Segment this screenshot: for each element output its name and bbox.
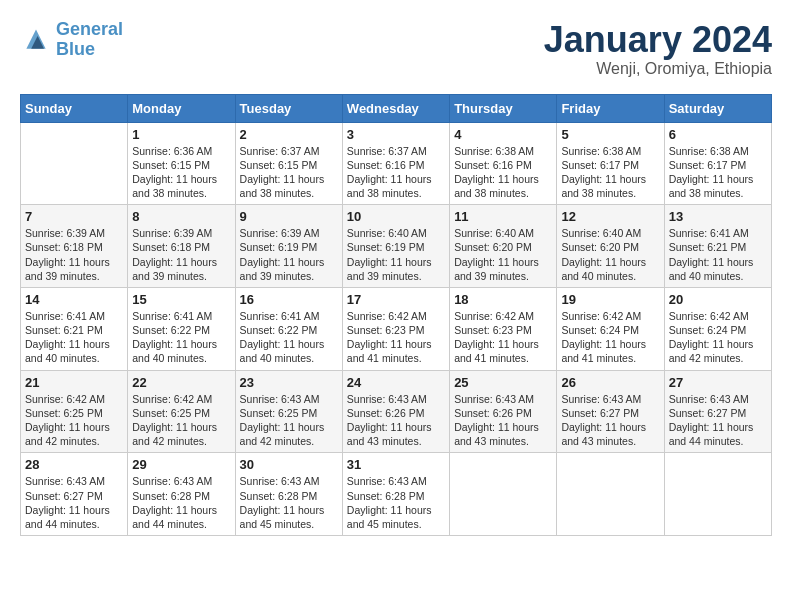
- calendar-cell: [664, 453, 771, 536]
- header-row: SundayMondayTuesdayWednesdayThursdayFrid…: [21, 94, 772, 122]
- calendar-cell: 15Sunrise: 6:41 AM Sunset: 6:22 PM Dayli…: [128, 287, 235, 370]
- day-info: Sunrise: 6:43 AM Sunset: 6:25 PM Dayligh…: [240, 392, 338, 449]
- day-info: Sunrise: 6:41 AM Sunset: 6:21 PM Dayligh…: [669, 226, 767, 283]
- day-info: Sunrise: 6:37 AM Sunset: 6:16 PM Dayligh…: [347, 144, 445, 201]
- location-subtitle: Wenji, Oromiya, Ethiopia: [544, 60, 772, 78]
- calendar-cell: 7Sunrise: 6:39 AM Sunset: 6:18 PM Daylig…: [21, 205, 128, 288]
- calendar-cell: 3Sunrise: 6:37 AM Sunset: 6:16 PM Daylig…: [342, 122, 449, 205]
- day-number: 23: [240, 375, 338, 390]
- day-number: 11: [454, 209, 552, 224]
- day-number: 7: [25, 209, 123, 224]
- day-number: 20: [669, 292, 767, 307]
- header-cell-monday: Monday: [128, 94, 235, 122]
- calendar-cell: [21, 122, 128, 205]
- header-cell-saturday: Saturday: [664, 94, 771, 122]
- day-number: 19: [561, 292, 659, 307]
- day-number: 21: [25, 375, 123, 390]
- calendar-cell: 18Sunrise: 6:42 AM Sunset: 6:23 PM Dayli…: [450, 287, 557, 370]
- calendar-cell: 9Sunrise: 6:39 AM Sunset: 6:19 PM Daylig…: [235, 205, 342, 288]
- calendar-cell: 30Sunrise: 6:43 AM Sunset: 6:28 PM Dayli…: [235, 453, 342, 536]
- day-number: 16: [240, 292, 338, 307]
- calendar-cell: 12Sunrise: 6:40 AM Sunset: 6:20 PM Dayli…: [557, 205, 664, 288]
- day-info: Sunrise: 6:39 AM Sunset: 6:19 PM Dayligh…: [240, 226, 338, 283]
- calendar-cell: 20Sunrise: 6:42 AM Sunset: 6:24 PM Dayli…: [664, 287, 771, 370]
- day-number: 14: [25, 292, 123, 307]
- calendar-week-1: 7Sunrise: 6:39 AM Sunset: 6:18 PM Daylig…: [21, 205, 772, 288]
- header-cell-friday: Friday: [557, 94, 664, 122]
- day-info: Sunrise: 6:43 AM Sunset: 6:26 PM Dayligh…: [454, 392, 552, 449]
- day-info: Sunrise: 6:42 AM Sunset: 6:25 PM Dayligh…: [25, 392, 123, 449]
- day-number: 3: [347, 127, 445, 142]
- page-header: General Blue January 2024 Wenji, Oromiya…: [20, 20, 772, 78]
- day-info: Sunrise: 6:39 AM Sunset: 6:18 PM Dayligh…: [25, 226, 123, 283]
- calendar-cell: 6Sunrise: 6:38 AM Sunset: 6:17 PM Daylig…: [664, 122, 771, 205]
- calendar-cell: 23Sunrise: 6:43 AM Sunset: 6:25 PM Dayli…: [235, 370, 342, 453]
- day-info: Sunrise: 6:43 AM Sunset: 6:28 PM Dayligh…: [240, 474, 338, 531]
- day-number: 31: [347, 457, 445, 472]
- title-block: January 2024 Wenji, Oromiya, Ethiopia: [544, 20, 772, 78]
- header-cell-thursday: Thursday: [450, 94, 557, 122]
- day-number: 9: [240, 209, 338, 224]
- calendar-cell: 14Sunrise: 6:41 AM Sunset: 6:21 PM Dayli…: [21, 287, 128, 370]
- calendar-week-4: 28Sunrise: 6:43 AM Sunset: 6:27 PM Dayli…: [21, 453, 772, 536]
- day-number: 30: [240, 457, 338, 472]
- day-number: 1: [132, 127, 230, 142]
- calendar-week-3: 21Sunrise: 6:42 AM Sunset: 6:25 PM Dayli…: [21, 370, 772, 453]
- day-info: Sunrise: 6:43 AM Sunset: 6:27 PM Dayligh…: [561, 392, 659, 449]
- day-number: 2: [240, 127, 338, 142]
- day-number: 25: [454, 375, 552, 390]
- calendar-cell: 2Sunrise: 6:37 AM Sunset: 6:15 PM Daylig…: [235, 122, 342, 205]
- calendar-cell: 8Sunrise: 6:39 AM Sunset: 6:18 PM Daylig…: [128, 205, 235, 288]
- calendar-cell: 5Sunrise: 6:38 AM Sunset: 6:17 PM Daylig…: [557, 122, 664, 205]
- calendar-week-0: 1Sunrise: 6:36 AM Sunset: 6:15 PM Daylig…: [21, 122, 772, 205]
- day-number: 27: [669, 375, 767, 390]
- calendar-cell: 22Sunrise: 6:42 AM Sunset: 6:25 PM Dayli…: [128, 370, 235, 453]
- logo-text: General Blue: [56, 20, 123, 60]
- calendar-cell: [450, 453, 557, 536]
- logo-icon: [20, 26, 52, 54]
- calendar-cell: 17Sunrise: 6:42 AM Sunset: 6:23 PM Dayli…: [342, 287, 449, 370]
- day-info: Sunrise: 6:42 AM Sunset: 6:24 PM Dayligh…: [669, 309, 767, 366]
- calendar-cell: 26Sunrise: 6:43 AM Sunset: 6:27 PM Dayli…: [557, 370, 664, 453]
- calendar-cell: 28Sunrise: 6:43 AM Sunset: 6:27 PM Dayli…: [21, 453, 128, 536]
- day-info: Sunrise: 6:43 AM Sunset: 6:27 PM Dayligh…: [25, 474, 123, 531]
- day-number: 10: [347, 209, 445, 224]
- day-info: Sunrise: 6:36 AM Sunset: 6:15 PM Dayligh…: [132, 144, 230, 201]
- calendar-cell: 1Sunrise: 6:36 AM Sunset: 6:15 PM Daylig…: [128, 122, 235, 205]
- calendar-cell: 10Sunrise: 6:40 AM Sunset: 6:19 PM Dayli…: [342, 205, 449, 288]
- day-number: 6: [669, 127, 767, 142]
- day-number: 29: [132, 457, 230, 472]
- day-info: Sunrise: 6:42 AM Sunset: 6:24 PM Dayligh…: [561, 309, 659, 366]
- calendar-cell: 24Sunrise: 6:43 AM Sunset: 6:26 PM Dayli…: [342, 370, 449, 453]
- day-number: 22: [132, 375, 230, 390]
- calendar-cell: 19Sunrise: 6:42 AM Sunset: 6:24 PM Dayli…: [557, 287, 664, 370]
- day-info: Sunrise: 6:38 AM Sunset: 6:17 PM Dayligh…: [561, 144, 659, 201]
- day-info: Sunrise: 6:41 AM Sunset: 6:22 PM Dayligh…: [132, 309, 230, 366]
- day-number: 28: [25, 457, 123, 472]
- day-number: 12: [561, 209, 659, 224]
- calendar-cell: 4Sunrise: 6:38 AM Sunset: 6:16 PM Daylig…: [450, 122, 557, 205]
- month-title: January 2024: [544, 20, 772, 60]
- day-info: Sunrise: 6:41 AM Sunset: 6:22 PM Dayligh…: [240, 309, 338, 366]
- day-info: Sunrise: 6:38 AM Sunset: 6:16 PM Dayligh…: [454, 144, 552, 201]
- calendar-cell: 29Sunrise: 6:43 AM Sunset: 6:28 PM Dayli…: [128, 453, 235, 536]
- calendar-cell: 13Sunrise: 6:41 AM Sunset: 6:21 PM Dayli…: [664, 205, 771, 288]
- day-info: Sunrise: 6:43 AM Sunset: 6:26 PM Dayligh…: [347, 392, 445, 449]
- day-info: Sunrise: 6:40 AM Sunset: 6:20 PM Dayligh…: [454, 226, 552, 283]
- day-number: 13: [669, 209, 767, 224]
- day-info: Sunrise: 6:42 AM Sunset: 6:23 PM Dayligh…: [347, 309, 445, 366]
- day-info: Sunrise: 6:38 AM Sunset: 6:17 PM Dayligh…: [669, 144, 767, 201]
- day-info: Sunrise: 6:40 AM Sunset: 6:19 PM Dayligh…: [347, 226, 445, 283]
- day-info: Sunrise: 6:41 AM Sunset: 6:21 PM Dayligh…: [25, 309, 123, 366]
- day-info: Sunrise: 6:43 AM Sunset: 6:28 PM Dayligh…: [347, 474, 445, 531]
- calendar-week-2: 14Sunrise: 6:41 AM Sunset: 6:21 PM Dayli…: [21, 287, 772, 370]
- day-number: 8: [132, 209, 230, 224]
- header-cell-sunday: Sunday: [21, 94, 128, 122]
- day-number: 15: [132, 292, 230, 307]
- calendar-cell: 25Sunrise: 6:43 AM Sunset: 6:26 PM Dayli…: [450, 370, 557, 453]
- day-info: Sunrise: 6:39 AM Sunset: 6:18 PM Dayligh…: [132, 226, 230, 283]
- calendar-cell: 11Sunrise: 6:40 AM Sunset: 6:20 PM Dayli…: [450, 205, 557, 288]
- day-number: 24: [347, 375, 445, 390]
- day-info: Sunrise: 6:37 AM Sunset: 6:15 PM Dayligh…: [240, 144, 338, 201]
- day-info: Sunrise: 6:43 AM Sunset: 6:27 PM Dayligh…: [669, 392, 767, 449]
